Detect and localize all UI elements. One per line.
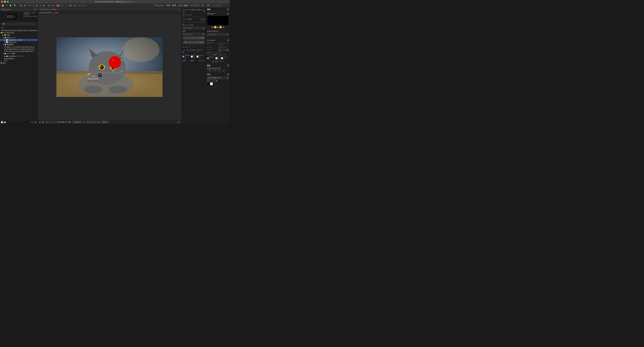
minimize-button[interactable] (4, 1, 6, 2)
prev-end-btn[interactable]: ⏭ (222, 26, 224, 28)
default-workspace[interactable]: デフォルト (154, 4, 165, 7)
ca-reference-btn[interactable]: リファレンスフレームを作成 (182, 36, 205, 40)
tree-item-videobla[interactable]: videob...an-cat-licks-and-cleans-the-fu (0, 46, 38, 48)
view-select[interactable]: アクティブカ... (86, 121, 100, 124)
tree-item-logomotion[interactable]: 📊 logomotion (0, 41, 38, 43)
ca-alpha-input[interactable] (200, 18, 205, 20)
panel-menu[interactable]: ☰ (207, 4, 210, 7)
analyze-btn[interactable]: 分析 (212, 60, 214, 62)
shortcut-select[interactable]: スペースバー (207, 33, 229, 36)
viewer[interactable]: ✛ ねこ ねこ ちゃんねる (38, 14, 181, 120)
count-select[interactable]: 1 画面 (100, 121, 108, 124)
camera-tool[interactable]: 📹 (19, 4, 23, 7)
selection-handle-br[interactable] (121, 70, 122, 72)
ca-check-trim[interactable]: 切り取り (182, 54, 191, 58)
tree-item-null-item[interactable]: null (0, 60, 38, 62)
check-trim2[interactable]: 切り取り (207, 56, 215, 60)
pen-tool[interactable]: ✏ (28, 4, 32, 7)
ca-menu[interactable]: ☰ (204, 10, 205, 12)
stroke-box[interactable] (60, 4, 63, 6)
align-left[interactable]: ≡ (207, 67, 209, 70)
region-btn[interactable]: □ (54, 121, 56, 123)
tree-item-videoblocks[interactable]: 🎬 videoblocks-grey-shorthair-cat-on-a-gr… (0, 30, 38, 32)
shape-tool[interactable]: ◇ (39, 4, 42, 7)
new-comp-btn[interactable]: 📊 (1, 121, 3, 123)
ram-preview-btn[interactable]: ▶ (42, 121, 44, 123)
tree-item-logoMotion2[interactable]: logoMotion (0, 58, 38, 60)
reset-btn[interactable]: リセット (219, 60, 224, 62)
comp-close[interactable]: ✕ (179, 8, 181, 10)
add-btn[interactable]: ⊕ (74, 4, 76, 7)
align-justify-c[interactable]: ≡ (216, 67, 218, 70)
project-menu[interactable]: ☰ (35, 8, 36, 10)
small-screen-workspace[interactable]: 小さい画面 (177, 4, 188, 7)
puppet-tool[interactable]: ⊕ (42, 4, 45, 7)
prev-start-btn[interactable]: ⏮ (211, 26, 213, 28)
align-justify-l[interactable]: ≡ (214, 67, 216, 70)
prev-play-btn[interactable]: ▶ (217, 26, 219, 28)
project-search-input[interactable] (2, 22, 36, 26)
selection-handle-tl[interactable] (113, 60, 114, 61)
preview-menu[interactable]: ☰ (227, 13, 229, 15)
tree-item-dougasozai[interactable]: ▼ 📁 動画素材 (0, 43, 38, 46)
close-button[interactable] (1, 1, 3, 2)
home-btn[interactable]: 🏠 (1, 4, 4, 7)
select-tool[interactable]: ↖ (5, 4, 8, 7)
source-select[interactable]: なし (218, 49, 229, 51)
ca-alpha-slider[interactable] (184, 22, 205, 22)
check-scale2[interactable]: スケール (221, 56, 229, 60)
fill-swatch[interactable] (207, 82, 210, 85)
pan-tool[interactable]: ⊕ (23, 4, 26, 7)
tracker-menu[interactable]: ☰ (227, 40, 229, 42)
standard-workspace[interactable]: 標準 (172, 4, 177, 7)
character-menu[interactable]: ☰ (227, 74, 229, 76)
tree-item-null-anime[interactable]: 📁 null_anime.aep (0, 32, 38, 34)
new-folder-btn[interactable]: 📁 (4, 121, 6, 123)
tree-item-buhin[interactable]: ▼ 📁 部品コンポ (0, 36, 38, 39)
ca-range-select[interactable]: ワークエリア (182, 33, 205, 36)
tree-item-heimen[interactable]: ▶ 📁 平面 (0, 34, 38, 36)
ca-check-delete[interactable]: 削除 (191, 54, 196, 58)
tree-item-4k-close[interactable]: 4k-close-up-of-cute-little-tabby-kitten- (0, 50, 38, 52)
font-style-select[interactable]: L (207, 79, 218, 82)
trash-btn[interactable]: 🗑 (35, 121, 36, 123)
prev-back-btn[interactable]: ⏪ (214, 26, 216, 28)
ca-generate-btn[interactable]: 塗りつぶしレイヤーを生成 (182, 40, 205, 44)
more-workspaces[interactable]: ≫ (201, 4, 204, 7)
align-justify-r[interactable]: ≡ (219, 67, 221, 70)
tree-item-irasshi[interactable]: ▼ 📁 イラシ素材 (0, 52, 38, 55)
fill-star[interactable]: ★ (48, 4, 51, 7)
selection-handle-tr[interactable] (121, 60, 122, 61)
paragraph-menu[interactable]: ☰ (227, 64, 229, 66)
prev-fwd-btn[interactable]: ⏩ (219, 26, 222, 28)
red-circle[interactable] (109, 56, 121, 68)
align-right[interactable]: ≡ (212, 67, 214, 70)
maximize-button[interactable] (7, 1, 8, 2)
hand-tool[interactable]: ✋ (9, 4, 12, 7)
align-center[interactable]: ≡ (209, 67, 211, 70)
ca-fill-method-select[interactable]: オブジェクト (182, 26, 205, 30)
brush-tool[interactable]: 🖌 (35, 4, 38, 7)
apply-btn[interactable]: 適用 (215, 60, 218, 62)
ca-check-scale[interactable]: スケール (196, 54, 205, 58)
text-tool[interactable]: T (32, 4, 34, 7)
comp-tab-lqid[interactable]: コンポジション Lqid (38, 8, 57, 11)
tree-item-logoMotion-small[interactable]: 📊 logoMotion__small (0, 39, 38, 41)
library-workspace[interactable]: ライブラリ (189, 4, 200, 7)
project-tree[interactable]: 🎬 videoblocks-grey-shorthair-cat-on-a-gr… (0, 30, 38, 120)
stroke-swatch[interactable] (210, 82, 213, 85)
check-delete2[interactable]: 削除 (216, 56, 220, 60)
shortcut-reset[interactable]: ↩ (207, 36, 208, 38)
checkerboard-btn[interactable]: ⊞ (82, 121, 85, 123)
font-family-select[interactable]: A-OTF UD新ゴ Pro (207, 76, 229, 79)
snapshot-btn[interactable]: 📷 (68, 121, 71, 123)
tree-item-liquid[interactable]: Lqid (0, 62, 38, 64)
prev-frame-btn[interactable]: ⏮ (38, 121, 41, 123)
help-search[interactable] (210, 4, 229, 7)
quality-select[interactable]: フル画質 (72, 121, 82, 124)
fill-color-box[interactable] (56, 4, 59, 6)
zoom-input[interactable] (45, 121, 51, 123)
zoom-tool[interactable]: 🔍 (13, 4, 17, 7)
stroke-width-input[interactable] (63, 4, 68, 7)
tree-item-adorable[interactable]: adorable-kittens-on-white-background- (0, 48, 38, 50)
